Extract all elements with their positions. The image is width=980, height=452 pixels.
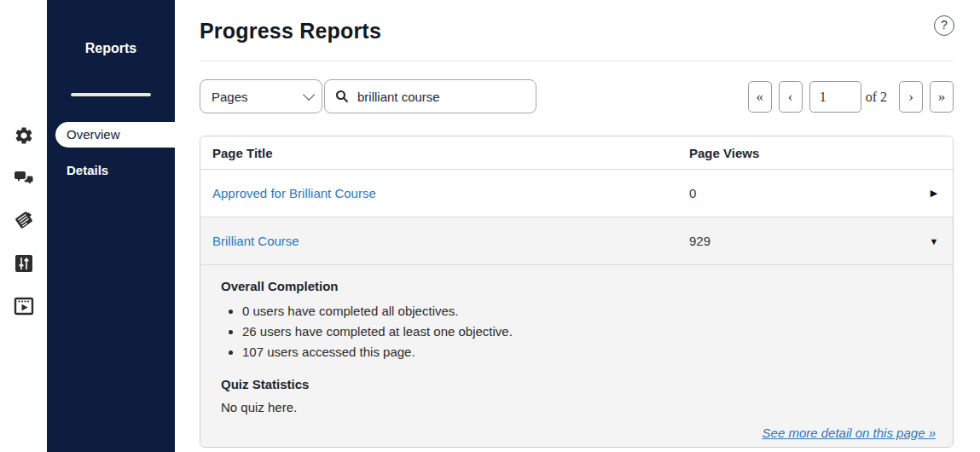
sliders-icon[interactable] [13, 252, 35, 275]
first-page-button[interactable]: « [748, 81, 772, 113]
page-count-label: of 2 [866, 90, 887, 105]
feedback-chat-icon[interactable] [13, 166, 35, 188]
table-row[interactable]: Approved for Brilliant Course 0 ▶ [200, 169, 953, 217]
page-number-input[interactable] [809, 81, 861, 113]
sidebar-title: Reports [47, 41, 175, 56]
page-link-approved-for-brilliant-course[interactable]: Approved for Brilliant Course [212, 186, 376, 200]
search-input[interactable] [356, 89, 529, 105]
column-header-page-title: Page Title [200, 146, 689, 160]
overall-completion-heading: Overall Completion [221, 279, 936, 293]
title-divider [200, 61, 954, 61]
completion-stat-item: 107 users accessed this page. [242, 342, 936, 362]
page-views-value: 929 [689, 234, 915, 248]
video-player-icon[interactable] [13, 295, 35, 317]
completion-stat-item: 0 users have completed all objectives. [242, 301, 936, 322]
table-header-row: Page Title Page Views [200, 136, 953, 169]
more-detail-link-row: See more detail on this page » [221, 426, 936, 441]
column-header-page-views: Page Views [689, 146, 915, 160]
expand-row-arrow-icon[interactable]: ▶ [915, 188, 953, 199]
icon-rail [0, 0, 47, 452]
table-row[interactable]: Brilliant Course 929 ▼ [200, 217, 953, 264]
page-views-value: 0 [689, 186, 915, 200]
page-title: Progress Reports [200, 19, 381, 43]
reports-sidebar: Reports Overview Details [47, 0, 175, 452]
progress-report-table: Page Title Page Views Approved for Brill… [200, 136, 954, 448]
tag-notes-icon[interactable] [13, 209, 35, 231]
quiz-statistics-heading: Quiz Statistics [221, 377, 936, 391]
see-more-detail-link[interactable]: See more detail on this page » [763, 426, 936, 440]
search-icon [335, 90, 349, 103]
report-type-select[interactable]: Pages [200, 79, 322, 113]
gear-icon[interactable] [13, 125, 35, 147]
report-type-selected-value: Pages [212, 90, 303, 104]
expanded-row-detail-panel: Overall Completion 0 users have complete… [200, 264, 953, 447]
previous-page-button[interactable]: ‹ [779, 81, 803, 113]
completion-stat-item: 26 users have completed at least one obj… [242, 322, 936, 342]
pagination: « ‹ of 2 › » [748, 81, 954, 113]
sidebar-item-overview[interactable]: Overview [55, 122, 185, 148]
chevron-down-icon [303, 89, 315, 101]
page-link-brilliant-course[interactable]: Brilliant Course [212, 234, 299, 248]
collapse-row-arrow-icon[interactable]: ▼ [915, 236, 953, 246]
sidebar-item-details[interactable]: Details [67, 163, 108, 177]
help-button[interactable]: ? [934, 15, 954, 36]
completion-stats-list: 0 users have completed all objectives. 2… [221, 301, 936, 362]
main-content: Progress Reports ? Pages « ‹ of 2 › » Pa… [175, 0, 980, 452]
next-page-button[interactable]: › [899, 81, 923, 113]
search-box[interactable] [324, 79, 536, 113]
sidebar-divider [71, 93, 151, 96]
quiz-statistics-text: No quiz here. [221, 400, 936, 414]
filter-controls: Pages « ‹ of 2 › » [200, 79, 954, 113]
last-page-button[interactable]: » [930, 81, 954, 113]
